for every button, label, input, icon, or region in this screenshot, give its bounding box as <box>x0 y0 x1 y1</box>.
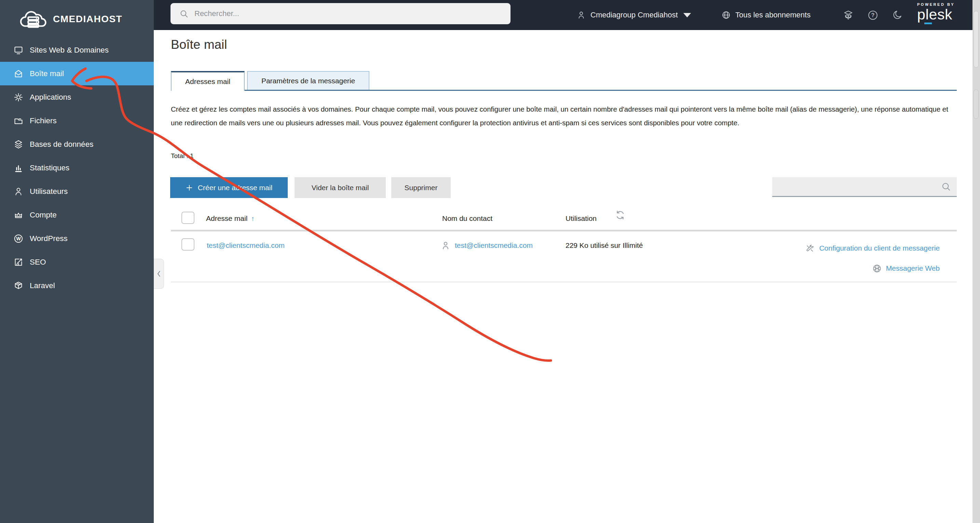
user-menu[interactable]: Cmediagroup Cmediahost <box>577 0 692 30</box>
university-button[interactable] <box>841 0 856 30</box>
sidebar-item-seo[interactable]: SEO <box>0 250 154 274</box>
help-button[interactable]: ? <box>865 0 880 30</box>
sort-ascending-icon[interactable]: ↑ <box>251 215 254 223</box>
sidebar-item-wordpress[interactable]: W WordPress <box>0 227 154 250</box>
user-icon <box>577 11 585 19</box>
monitor-icon <box>14 45 23 55</box>
plesk-mailbox-page: CMEDIAHOST Sites Web & Domaines Boîte ma… <box>0 0 980 523</box>
empty-mailbox-label: Vider la boîte mail <box>312 184 369 192</box>
select-all-checkbox[interactable] <box>181 212 194 224</box>
dark-mode-button[interactable] <box>890 0 905 30</box>
plesk-logo-underline <box>924 22 932 24</box>
user-icon <box>441 241 450 250</box>
cmediahost-logo: CMEDIAHOST <box>18 4 123 34</box>
help-icon: ? <box>867 10 878 21</box>
gear-icon <box>14 92 23 102</box>
laravel-icon <box>14 281 23 290</box>
sidebar-item-label: Compte <box>30 211 57 220</box>
tabs-underline <box>171 90 957 91</box>
crown-icon <box>14 210 23 220</box>
page-title: Boîte mail <box>171 38 227 52</box>
subscriptions-label: Tous les abonnements <box>735 11 810 19</box>
contact-link[interactable]: test@clientscmedia.com <box>455 241 533 250</box>
logo-text: CMEDIAHOST <box>53 14 123 25</box>
column-header-adresse-mail[interactable]: Adresse mail ↑ <box>206 214 254 223</box>
create-mail-address-button[interactable]: Créer une adresse mail <box>170 177 288 198</box>
table-search-input[interactable] <box>772 183 941 191</box>
page-scrollbar[interactable] <box>972 0 980 523</box>
column-header-nom-du-contact[interactable]: Nom du contact <box>442 214 492 223</box>
create-mail-address-label: Créer une adresse mail <box>198 184 272 192</box>
global-search-input[interactable] <box>194 9 502 18</box>
tab-adresses-mail[interactable]: Adresses mail <box>171 71 245 91</box>
scrollbar-segment <box>974 89 978 119</box>
subscriptions-menu[interactable]: Tous les abonnements <box>722 0 810 30</box>
chevron-left-icon <box>156 270 161 277</box>
sidebar: CMEDIAHOST Sites Web & Domaines Boîte ma… <box>0 0 154 523</box>
sidebar-nav: Sites Web & Domaines Boîte mail Applicat… <box>0 38 154 297</box>
sidebar-item-label: Boîte mail <box>30 69 64 78</box>
sidebar-item-label: WordPress <box>30 234 68 243</box>
table-row-border <box>171 282 957 282</box>
refresh-usage-button[interactable] <box>613 208 627 222</box>
cloud-server-logo-icon <box>18 7 49 32</box>
sidebar-item-label: Applications <box>30 93 71 102</box>
sidebar-item-label: Utilisateurs <box>30 187 68 196</box>
mail-client-config-link[interactable]: Configuration du client de messagerie <box>819 244 940 252</box>
delete-label: Supprimer <box>404 184 438 192</box>
sidebar-item-label: SEO <box>30 258 46 266</box>
column-label: Adresse mail <box>206 214 247 223</box>
topbar: Cmediagroup Cmediahost Tous les abonneme… <box>154 0 972 30</box>
sidebar-item-laravel[interactable]: Laravel <box>0 274 154 297</box>
layers-icon <box>14 139 23 149</box>
tab-label: Paramètres de la messagerie <box>261 77 355 85</box>
svg-text:?: ? <box>871 12 874 18</box>
webmail-link[interactable]: Messagerie Web <box>886 264 940 273</box>
column-label: Nom du contact <box>442 214 492 223</box>
sidebar-item-label: Bases de données <box>30 140 93 149</box>
tabs: Adresses mail Paramètres de la messageri… <box>171 71 369 91</box>
seo-icon <box>14 257 23 267</box>
sidebar-item-compte[interactable]: Compte <box>0 203 154 227</box>
table-header-divider <box>171 230 957 231</box>
row-checkbox[interactable] <box>181 238 194 250</box>
delete-button[interactable]: Supprimer <box>391 177 451 198</box>
webmail-globe-icon <box>872 264 881 273</box>
sidebar-item-fichiers[interactable]: Fichiers <box>0 109 154 132</box>
usage-value: 229 Ko utilisé sur Illimité <box>565 241 643 250</box>
bar-chart-icon <box>14 163 23 173</box>
sidebar-collapse-handle[interactable] <box>154 259 164 289</box>
tab-label: Adresses mail <box>185 78 230 86</box>
scrollbar-thumb[interactable] <box>974 11 978 68</box>
sidebar-item-sites-web-domaines[interactable]: Sites Web & Domaines <box>0 38 154 62</box>
tab-parametres-messagerie[interactable]: Paramètres de la messagerie <box>247 71 369 91</box>
dark-mode-moon-icon <box>892 10 903 21</box>
sidebar-item-boite-mail[interactable]: Boîte mail <box>0 62 154 86</box>
table-search-field[interactable] <box>772 177 957 197</box>
search-icon <box>180 9 189 19</box>
empty-mailbox-button[interactable]: Vider la boîte mail <box>294 177 386 198</box>
mail-icon <box>14 69 23 79</box>
total-count: Total : 1 <box>171 152 194 160</box>
webmail-action[interactable]: Messagerie Web <box>872 263 940 273</box>
globe-icon <box>722 11 730 19</box>
column-header-utilisation[interactable]: Utilisation <box>565 214 597 223</box>
owl-university-icon <box>843 10 854 21</box>
sidebar-item-applications[interactable]: Applications <box>0 86 154 109</box>
table-row-email-cell: test@clientscmedia.com <box>207 240 285 250</box>
plesk-brand[interactable]: POWERED BY plesk <box>917 2 955 24</box>
search-icon <box>941 182 951 192</box>
global-search[interactable] <box>170 3 511 24</box>
main-content: Boîte mail Adresses mail Paramètres de l… <box>154 30 972 523</box>
tools-icon <box>805 244 815 253</box>
mail-address-link[interactable]: test@clientscmedia.com <box>207 241 285 250</box>
svg-text:W: W <box>16 236 21 241</box>
sidebar-item-label: Sites Web & Domaines <box>30 46 109 55</box>
plesk-logo-text: plesk <box>917 7 955 22</box>
sidebar-item-statistiques[interactable]: Statistiques <box>0 156 154 179</box>
sidebar-item-bases-de-donnees[interactable]: Bases de données <box>0 132 154 156</box>
mail-client-config-action[interactable]: Configuration du client de messagerie <box>805 243 940 253</box>
plus-icon <box>186 184 193 192</box>
sidebar-item-utilisateurs[interactable]: Utilisateurs <box>0 179 154 203</box>
wordpress-icon: W <box>14 234 23 243</box>
